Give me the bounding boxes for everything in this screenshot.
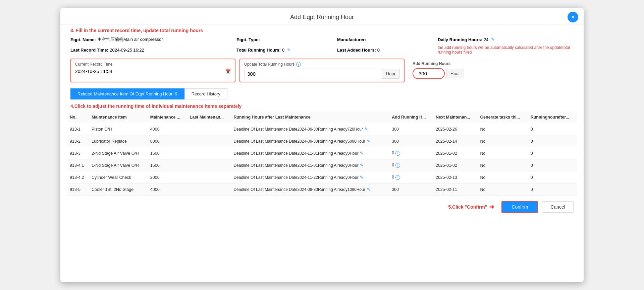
tab-maintenance-items[interactable]: Related Maintenance Item Of Eqpt Running… (70, 88, 184, 99)
table-row: 913-3 2-Nd Stage Air Valve O/H 1500 Dead… (67, 147, 577, 159)
cell-generate-tasks: No (477, 159, 528, 171)
cell-add-running: 300 (389, 123, 433, 135)
add-running-label: Add Running Hours (413, 61, 570, 66)
table-row: 913-5 Cooler 1St, 2Nd Stage 4000 Deadlin… (67, 184, 577, 196)
cell-running-after-val: 0 (528, 184, 577, 196)
annotation-top: 3. Fill in the current record time, upda… (60, 24, 584, 34)
daily-running-edit-icon[interactable]: ✎ (491, 37, 494, 42)
cell-add-running: 0i (389, 171, 433, 184)
col-maintenance-interval: Maintenance ... (148, 112, 187, 123)
arrow-right-icon: ➜ (489, 203, 494, 211)
cell-running-after: Deadline Of Last Maintenance Date2024-09… (231, 135, 389, 147)
add-running-unit: Hour (446, 69, 464, 78)
cell-last-maintenance (187, 123, 231, 135)
col-last-maintenance: Last Maintenan... (187, 112, 231, 123)
current-record-input[interactable] (75, 69, 222, 74)
update-total-unit: Hour (382, 69, 400, 79)
row-info-icon[interactable]: i (395, 151, 400, 156)
cell-next-maintenance: 2025-01-02 (433, 159, 477, 171)
cell-running-after-val: 0 (528, 123, 577, 135)
cell-last-maintenance (187, 184, 231, 196)
eqpt-name-label: Eqpt. Name: (70, 37, 96, 42)
cell-maintenance-interval: 4000 (148, 123, 187, 135)
cell-no: 913-3 (67, 147, 89, 159)
edit-running-icon[interactable]: ✎ (360, 163, 364, 168)
cell-next-maintenance: 2025-01-02 (433, 147, 477, 159)
add-running-field: Add Running Hours Hour (409, 59, 574, 82)
cell-running-after: Deadline Of Last Maintenance Date2024-11… (231, 147, 389, 159)
add-running-input[interactable] (419, 71, 439, 76)
update-total-field: Update Total Running Hours i Hour (239, 59, 405, 82)
row-info-icon[interactable]: i (395, 175, 400, 180)
calendar-icon[interactable]: 📅 (225, 69, 231, 74)
update-total-label: Update Total Running Hours (244, 62, 295, 67)
col-running-after: Running Hours after Last Maintenance (231, 112, 389, 123)
col-running-after-val: Runninghourafter... (528, 112, 577, 123)
cell-generate-tasks: No (477, 171, 528, 184)
cell-generate-tasks: No (477, 147, 528, 159)
footer-annotation: 5.Click "Confirm" ➜ (448, 203, 494, 211)
update-total-input[interactable] (244, 69, 382, 79)
edit-running-icon[interactable]: ✎ (367, 187, 370, 192)
cell-generate-tasks: No (477, 184, 528, 196)
cell-add-running: 300 (389, 135, 433, 147)
cell-maintenance-interval: 1500 (148, 159, 187, 171)
current-record-label: Current Record Time (75, 62, 231, 67)
edit-running-icon[interactable]: ✎ (360, 151, 364, 156)
current-record-field: Current Record Time 📅 (70, 59, 235, 82)
col-generate-tasks: Generate tasks thi... (477, 112, 528, 123)
cell-no: 913-2 (67, 135, 89, 147)
confirm-button[interactable]: Confirm (501, 201, 538, 213)
table-row: 913-4.2 Cylinder Wear Check 2000 Deadlin… (67, 171, 577, 184)
eqpt-name-value: 主空气压缩机Main air compressor (97, 37, 163, 43)
row-info-icon[interactable]: i (395, 163, 400, 168)
total-running-label: Total Running Hours: (236, 48, 281, 53)
cell-maintenance-interval: 8000 (148, 135, 187, 147)
cell-running-after-val: 0 (528, 147, 577, 159)
annotation-mid: 4.Click to adjust the running time of in… (60, 102, 584, 112)
col-add-running: Add Running H... (389, 112, 433, 123)
tab-record-history[interactable]: Record History (184, 88, 227, 99)
cell-no: 913-1 (67, 123, 89, 135)
cell-next-maintenance: 2025-02-14 (433, 135, 477, 147)
edit-running-icon[interactable]: ✎ (360, 175, 364, 180)
table-row: 913-1 Piston O/H 4000 Deadline Of Last M… (67, 123, 577, 135)
modal-title: Add Eqpt Running Hour (290, 14, 354, 20)
cell-add-running: 0i (389, 147, 433, 159)
cell-maintenance-item: Piston O/H (89, 123, 148, 135)
update-total-info-icon[interactable]: i (296, 62, 301, 67)
last-record-value: 2024-09-25 16:22 (110, 48, 144, 53)
manufacturer-label: Manufacturer: (337, 37, 366, 42)
col-next-maintenance: Next Maintenan... (433, 112, 477, 123)
cell-running-after: Deadline Of Last Maintenance Date2024-11… (231, 171, 389, 184)
table-row: 913-2 Lubricator Replace 8000 Deadline O… (67, 135, 577, 147)
edit-running-icon[interactable]: ✎ (364, 127, 368, 132)
add-running-oval (413, 68, 445, 79)
col-maintenance-item: Maintenance Item (89, 112, 148, 123)
cell-maintenance-interval: 4000 (148, 184, 187, 196)
cell-maintenance-item: Cylinder Wear Check (89, 171, 148, 184)
cancel-button[interactable]: Cancel (542, 201, 574, 213)
cell-next-maintenance: 2025-02-26 (433, 123, 477, 135)
cell-last-maintenance (187, 159, 231, 171)
maintenance-table: No. Maintenance Item Maintenance ... Las… (67, 112, 577, 196)
table-row: 913-4.1 1-Nd Stage Air Valve O/H 1500 De… (67, 159, 577, 171)
cell-maintenance-item: Cooler 1St, 2Nd Stage (89, 184, 148, 196)
cell-maintenance-interval: 2000 (148, 171, 187, 184)
modal-footer: 5.Click "Confirm" ➜ Confirm Cancel (60, 196, 584, 218)
daily-running-value: 24 (484, 37, 488, 42)
last-record-label: Last Record Time: (70, 48, 108, 53)
cell-last-maintenance (187, 171, 231, 184)
cell-add-running: 0i (389, 159, 433, 171)
maintenance-table-container: No. Maintenance Item Maintenance ... Las… (60, 112, 584, 196)
total-running-edit-icon[interactable]: ✎ (287, 48, 290, 52)
col-no: No. (67, 112, 89, 123)
cell-running-after: Deadline Of Last Maintenance Date2024-09… (231, 184, 389, 196)
cell-running-after-val: 0 (528, 135, 577, 147)
cell-no: 913-4.2 (67, 171, 89, 184)
cell-maintenance-item: Lubricator Replace (89, 135, 148, 147)
edit-running-icon[interactable]: ✎ (367, 139, 370, 144)
daily-running-label: Daily Running Hours: (438, 37, 482, 42)
cell-maintenance-interval: 1500 (148, 147, 187, 159)
close-button[interactable]: × (568, 12, 578, 22)
